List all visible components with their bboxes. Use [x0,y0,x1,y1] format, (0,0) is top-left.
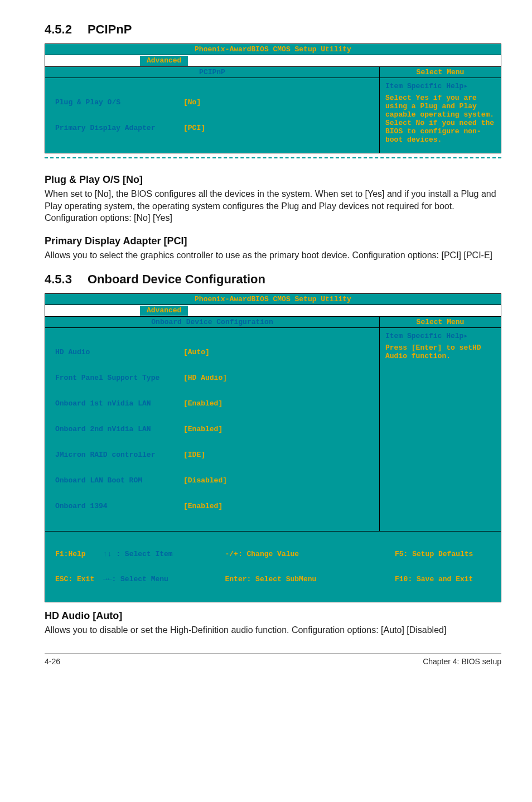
bios-subheader: PCIPnP Select Menu [45,66,501,78]
paragraph-plug-play: When set to [No], the BIOS configures al… [45,188,501,224]
setting-label: Onboard 2nd nVidia LAN [55,425,183,433]
setting-label: Plug & Play O/S [55,98,183,107]
bios-tab-row: Advanced [45,305,501,316]
setting-row-lan-boot-rom[interactable]: Onboard LAN Boot ROM[Disabled] [55,476,374,485]
setting-value: [HD Audio] [183,374,227,382]
setting-value: [IDE] [183,451,205,459]
key-f1: F1:Help [55,550,86,558]
bios-footer-keys: F1:Help ↑↓ : Select Item ESC: Exit →←: S… [45,531,501,602]
bios-utility-title: Phoenix-AwardBIOS CMOS Setup Utility [45,294,501,305]
key-enter: Enter: Select SubMenu [225,575,317,583]
setting-row-lan2[interactable]: Onboard 2nd nVidia LAN[Enabled] [55,425,374,433]
page-number: 4-26 [45,657,60,666]
setting-row-1394[interactable]: Onboard 1394[Enabled] [55,502,374,510]
subheading-primary-display: Primary Display Adapter [PCI] [45,235,501,247]
setting-value: [PCI] [183,124,205,132]
setting-label: Onboard 1394 [55,502,183,510]
subheading-hd-audio: HD Audio [Auto] [45,610,501,622]
dashed-divider [45,157,501,158]
subheading-plug-play: Plug & Play O/S [No] [45,174,501,186]
bios-utility-title: Phoenix-AwardBIOS CMOS Setup Utility [45,44,501,55]
help-title: Item Specific Help [385,332,463,340]
bios-subheader-left: PCIPnP [45,67,379,78]
chapter-label: Chapter 4: BIOS setup [423,657,501,666]
bios-tab-row: Advanced [45,55,501,66]
bios-tab-advanced[interactable]: Advanced [140,306,188,316]
setting-value: [Enabled] [183,399,223,408]
setting-value: [Enabled] [183,425,223,433]
section-number: 4.5.3 [45,272,72,286]
setting-value: [No] [183,98,201,107]
paragraph-hd-audio: Allows you to disable or set the High-De… [45,624,501,636]
key-nav-leftright: →←: Select Menu [103,575,168,583]
help-body: Press [Enter] to setHD Audio function. [385,344,495,360]
setting-label: Onboard 1st nVidia LAN [55,399,183,408]
setting-label: Onboard LAN Boot ROM [55,476,183,485]
bios-settings-pane: HD Audio[Auto] Front Panel Support Type[… [45,328,379,531]
setting-row-front-panel[interactable]: Front Panel Support Type[HD Audio] [55,374,374,382]
paragraph-primary-display: Allows you to select the graphics contro… [45,249,501,262]
setting-value: [Disabled] [183,476,227,485]
caret-right-icon: ▸ [463,332,468,340]
section-heading-453: 4.5.3Onboard Device Configuration [45,272,501,287]
bios-help-pane: Item Specific Help▸ Press [Enter] to set… [379,328,501,531]
key-f10: F10: Save and Exit [395,575,473,583]
bios-tab-advanced[interactable]: Advanced [140,56,188,66]
bios-subheader-right: Select Menu [379,317,501,327]
bios-subheader-right: Select Menu [379,67,501,78]
setting-row-primary-display[interactable]: Primary Display Adapter[PCI] [55,124,374,132]
key-change-value: -/+: Change Value [225,550,299,558]
help-title: Item Specific Help [385,82,463,90]
bios-subheader: Onboard Device Configuration Select Menu [45,316,501,327]
setting-row-jmicron[interactable]: JMicron RAID controller[IDE] [55,451,374,459]
bios-panel-onboard: Phoenix-AwardBIOS CMOS Setup Utility Adv… [45,293,501,602]
setting-value: [Auto] [183,348,210,356]
bios-subheader-left: Onboard Device Configuration [45,317,379,327]
setting-label: JMicron RAID controller [55,451,183,459]
page-footer: 4-26 Chapter 4: BIOS setup [45,653,501,666]
setting-row-lan1[interactable]: Onboard 1st nVidia LAN[Enabled] [55,399,374,408]
setting-label: Primary Display Adapter [55,124,183,132]
help-body: Select Yes if you are using a Plug and P… [385,94,495,144]
setting-row-hd-audio[interactable]: HD Audio[Auto] [55,348,374,356]
caret-right-icon: ▸ [463,82,468,90]
setting-label: HD Audio [55,348,183,356]
key-esc: ESC: Exit [55,575,94,583]
key-nav-updown: ↑↓ : Select Item [103,550,173,558]
setting-value: [Enabled] [183,502,223,510]
section-title: Onboard Device Configuration [88,272,265,286]
setting-row-plug-play[interactable]: Plug & Play O/S[No] [55,98,374,107]
section-number: 4.5.2 [45,22,72,36]
section-heading-452: 4.5.2PCIPnP [45,22,501,37]
bios-help-pane: Item Specific Help▸ Select Yes if you ar… [379,78,501,153]
key-f5: F5: Setup Defaults [395,550,473,558]
section-title: PCIPnP [88,22,132,36]
setting-label: Front Panel Support Type [55,374,183,382]
bios-panel-pcipnp: Phoenix-AwardBIOS CMOS Setup Utility Adv… [45,44,501,153]
bios-settings-pane: Plug & Play O/S[No] Primary Display Adap… [45,78,379,153]
